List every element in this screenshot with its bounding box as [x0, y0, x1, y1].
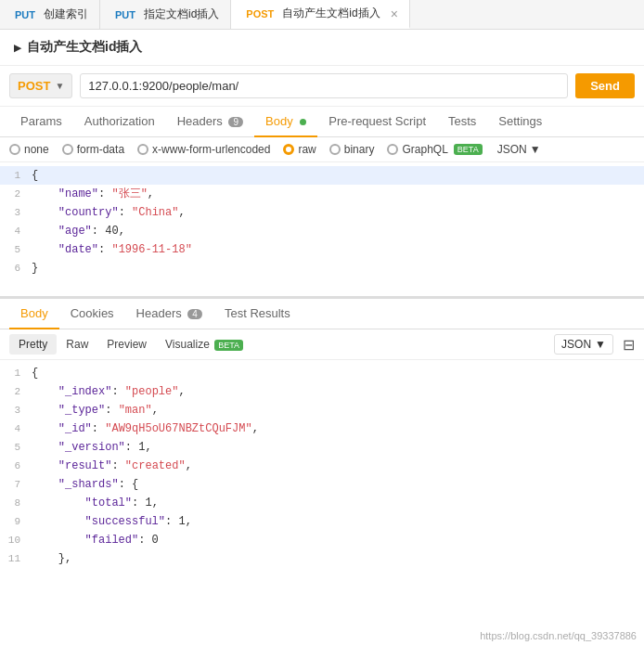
close-icon[interactable]: ×: [391, 6, 398, 21]
resp-line-4: 4 "_id": "AW9qH5oU67NBZtCQuFJM",: [0, 419, 644, 438]
body-type-binary-label: binary: [344, 143, 375, 156]
resp-tab-test-results[interactable]: Test Results: [213, 299, 302, 329]
tab-headers[interactable]: Headers 9: [166, 107, 254, 137]
page-title: 自动产生文档id插入: [0, 30, 644, 66]
radio-formdata: [62, 144, 73, 155]
resp-line-7: 7 "_shards": {: [0, 475, 644, 494]
view-visualize-btn[interactable]: Visualize BETA: [156, 334, 252, 355]
request-tabs: Params Authorization Headers 9 Body Pre-…: [0, 107, 644, 137]
chevron-down-icon: ▼: [595, 338, 606, 351]
resp-line-9: 9 "successful": 1,: [0, 512, 644, 531]
body-type-none-label: none: [24, 143, 49, 156]
resp-line-6: 6 "result": "created",: [0, 457, 644, 475]
chevron-down-icon: ▼: [530, 143, 541, 156]
tab-tests[interactable]: Tests: [437, 107, 487, 137]
visualize-beta-badge: BETA: [214, 340, 243, 351]
resp-tab-cookies[interactable]: Cookies: [59, 299, 125, 329]
tab-post-auto-id[interactable]: POST 自动产生文档id插入 ×: [231, 0, 409, 29]
code-line-3: 3 "country": "China",: [0, 203, 644, 222]
resp-line-3: 3 "_type": "man",: [0, 401, 644, 419]
resp-line-2: 2 "_index": "people",: [0, 382, 644, 401]
method-select[interactable]: POST ▼: [9, 73, 72, 98]
tab-prerequest[interactable]: Pre-request Script: [317, 107, 437, 137]
resp-tab-headers[interactable]: Headers 4: [125, 299, 213, 329]
tab-settings[interactable]: Settings: [487, 107, 553, 137]
code-line-6: 6 }: [0, 259, 644, 277]
body-type-formdata-label: form-data: [77, 143, 124, 156]
response-section: Body Cookies Headers 4 Test Results Pret…: [0, 297, 644, 564]
view-pretty-btn[interactable]: Pretty: [9, 334, 57, 355]
selected-method: POST: [18, 79, 50, 93]
body-type-raw[interactable]: raw: [283, 143, 316, 156]
method-badge-post: POST: [242, 7, 277, 20]
watermark: https://blog.csdn.net/qq_39337886: [480, 630, 637, 641]
headers-badge: 9: [228, 117, 243, 127]
tab-body[interactable]: Body: [254, 107, 317, 137]
tab-params[interactable]: Params: [9, 107, 73, 137]
body-type-urlencoded-label: x-www-form-urlencoded: [152, 143, 270, 156]
url-bar: POST ▼ Send: [0, 66, 644, 107]
view-preview-btn[interactable]: Preview: [97, 334, 156, 355]
body-type-binary[interactable]: binary: [329, 143, 375, 156]
resp-line-5: 5 "_version": 1,: [0, 438, 644, 457]
filter-icon[interactable]: ⊟: [623, 336, 635, 354]
tabs-bar: PUT 创建索引 PUT 指定文档id插入 POST 自动产生文档id插入 ×: [0, 0, 644, 30]
resp-line-1: 1 {: [0, 364, 644, 382]
body-type-raw-label: raw: [298, 143, 316, 156]
response-body: 1 { 2 "_index": "people", 3 "_type": "ma…: [0, 360, 644, 564]
body-type-urlencoded[interactable]: x-www-form-urlencoded: [137, 143, 270, 156]
body-type-formdata[interactable]: form-data: [62, 143, 124, 156]
method-badge-put1: PUT: [11, 8, 39, 21]
request-body-editor[interactable]: 1 { 2 "name": "张三", 3 "country": "China"…: [0, 162, 644, 297]
body-dot-indicator: [300, 119, 306, 125]
code-line-1: 1 {: [0, 166, 644, 185]
body-type-graphql-label: GraphQL: [402, 143, 447, 156]
resp-line-10: 10 "failed": 0: [0, 531, 644, 549]
resp-headers-badge: 4: [187, 309, 202, 319]
radio-raw: [283, 144, 294, 155]
radio-graphql: [387, 144, 398, 155]
json-format-label: JSON: [497, 143, 527, 156]
radio-urlencoded: [137, 144, 148, 155]
body-type-graphql[interactable]: GraphQL BETA: [387, 143, 482, 156]
method-badge-put2: PUT: [111, 8, 139, 21]
response-tabs: Body Cookies Headers 4 Test Results: [0, 299, 644, 329]
chevron-down-icon: ▼: [55, 81, 64, 91]
response-toolbar: Pretty Raw Preview Visualize BETA JSON ▼…: [0, 329, 644, 360]
json-format-dropdown[interactable]: JSON ▼: [497, 143, 541, 156]
resp-line-8: 8 "total": 1,: [0, 494, 644, 512]
tab-label-3: 自动产生文档id插入: [282, 6, 380, 21]
view-raw-btn[interactable]: Raw: [57, 334, 97, 355]
tab-put-create-index[interactable]: PUT 创建索引: [0, 0, 100, 29]
body-types-bar: none form-data x-www-form-urlencoded raw…: [0, 137, 644, 162]
code-line-4: 4 "age": 40,: [0, 222, 644, 240]
url-input[interactable]: [80, 73, 568, 98]
resp-format-label: JSON: [561, 338, 591, 351]
resp-line-11: 11 },: [0, 549, 644, 564]
send-button[interactable]: Send: [575, 73, 635, 98]
resp-format-dropdown[interactable]: JSON ▼: [554, 334, 613, 355]
graphql-beta-badge: BETA: [454, 144, 483, 155]
tab-label-1: 创建索引: [44, 6, 88, 22]
code-line-5: 5 "date": "1996-11-18": [0, 240, 644, 259]
tab-label-2: 指定文档id插入: [144, 6, 219, 22]
code-line-2: 2 "name": "张三",: [0, 185, 644, 203]
radio-none: [9, 144, 20, 155]
radio-binary: [329, 144, 341, 155]
body-type-none[interactable]: none: [9, 143, 49, 156]
tab-put-specified-id[interactable]: PUT 指定文档id插入: [100, 0, 231, 29]
tab-authorization[interactable]: Authorization: [73, 107, 166, 137]
resp-tab-body[interactable]: Body: [9, 299, 59, 329]
